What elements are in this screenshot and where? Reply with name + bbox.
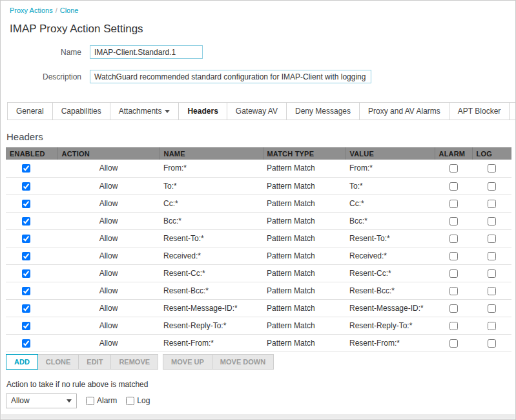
tab-capabilities[interactable]: Capabilities (52, 102, 110, 120)
remove-button[interactable]: REMOVE (110, 354, 158, 370)
col-match-type: MATCH TYPE (263, 147, 346, 160)
breadcrumb-proxy-actions[interactable]: Proxy Actions (10, 6, 53, 14)
alarm-checkbox[interactable] (449, 287, 458, 295)
enabled-checkbox-cell (6, 334, 57, 352)
tab-bar: General Capabilities Attachments Headers… (7, 102, 515, 120)
tab-general[interactable]: General (7, 102, 53, 120)
enabled-checkbox[interactable] (22, 235, 30, 243)
table-row[interactable]: AllowResent-Reply-To:*Pattern MatchResen… (6, 317, 511, 334)
tab-gateway-av[interactable]: Gateway AV (227, 102, 287, 120)
log-checkbox[interactable] (488, 304, 496, 313)
default-alarm-option: Alarm (86, 396, 117, 405)
log-checkbox[interactable] (488, 200, 496, 208)
edit-button[interactable]: EDIT (78, 354, 111, 370)
default-action-select[interactable]: Allow (6, 394, 77, 408)
enabled-checkbox[interactable] (22, 252, 30, 260)
enabled-checkbox[interactable] (22, 339, 30, 348)
log-checkbox[interactable] (488, 252, 496, 260)
match-type-cell: Pattern Match (263, 334, 346, 352)
alarm-checkbox[interactable] (449, 339, 458, 348)
log-checkbox-cell (472, 317, 511, 334)
tab-attachments[interactable]: Attachments (110, 102, 180, 120)
add-button[interactable]: ADD (6, 354, 38, 370)
table-row[interactable]: AllowResent-To:*Pattern MatchResent-To:* (6, 229, 511, 247)
log-checkbox[interactable] (488, 235, 496, 243)
action-cell: Allow (57, 177, 160, 194)
alarm-checkbox[interactable] (449, 235, 458, 243)
log-checkbox[interactable] (488, 217, 496, 226)
name-input[interactable] (90, 45, 203, 59)
name-cell: Resent-Reply-To:* (160, 317, 263, 334)
col-alarm: ALARM (435, 147, 472, 160)
default-action-selected: Allow (11, 396, 30, 405)
tab-deny-messages[interactable]: Deny Messages (286, 102, 360, 120)
value-cell: Resent-From:* (346, 334, 435, 352)
log-checkbox[interactable] (488, 164, 496, 173)
breadcrumb-separator: / (56, 6, 57, 14)
action-cell: Allow (57, 334, 160, 352)
alarm-checkbox[interactable] (449, 217, 458, 226)
value-cell: From:* (346, 160, 435, 177)
tab-headers[interactable]: Headers (178, 102, 227, 120)
enabled-checkbox[interactable] (22, 182, 30, 191)
alarm-checkbox[interactable] (449, 200, 458, 208)
match-type-cell: Pattern Match (263, 177, 346, 194)
table-row[interactable]: AllowCc:*Pattern MatchCc:* (6, 194, 511, 212)
enabled-checkbox-cell (6, 282, 57, 299)
tab-proxy-and-av-alarms[interactable]: Proxy and AV Alarms (359, 102, 449, 120)
match-type-cell: Pattern Match (263, 264, 346, 282)
chevron-down-icon (67, 399, 72, 403)
move-up-button[interactable]: MOVE UP (163, 354, 212, 370)
alarm-checkbox[interactable] (449, 164, 458, 173)
enabled-checkbox[interactable] (22, 217, 30, 226)
default-action-row: Allow Alarm Log (6, 394, 515, 408)
log-checkbox-cell (472, 177, 511, 194)
log-checkbox[interactable] (488, 287, 496, 295)
name-cell: Received:* (160, 247, 263, 264)
col-name: NAME (160, 147, 263, 160)
log-checkbox[interactable] (488, 182, 496, 191)
enabled-checkbox-cell (6, 247, 57, 264)
alarm-checkbox[interactable] (449, 322, 458, 330)
enabled-checkbox-cell (6, 317, 57, 334)
table-row[interactable]: AllowResent-Cc:*Pattern MatchResent-Cc:* (6, 264, 511, 282)
table-row[interactable]: AllowResent-Bcc:*Pattern MatchResent-Bcc… (6, 282, 511, 299)
action-cell: Allow (57, 229, 160, 247)
log-checkbox[interactable] (488, 269, 496, 278)
breadcrumb-current: Clone (60, 6, 79, 14)
table-row[interactable]: AllowReceived:*Pattern MatchReceived:* (6, 247, 511, 264)
alarm-checkbox[interactable] (449, 269, 458, 278)
log-checkbox-cell (472, 299, 511, 317)
table-row[interactable]: AllowResent-Message-ID:*Pattern MatchRes… (6, 299, 511, 317)
default-alarm-checkbox[interactable] (86, 397, 94, 405)
description-input[interactable] (90, 70, 371, 83)
move-down-button[interactable]: MOVE DOWN (212, 354, 274, 370)
tab-tls[interactable]: TLS (509, 102, 516, 120)
name-cell: Cc:* (160, 194, 263, 212)
section-title: Headers (6, 131, 515, 142)
table-row[interactable]: AllowBcc:*Pattern MatchBcc:* (6, 212, 511, 229)
table-row[interactable]: AllowResent-From:*Pattern MatchResent-Fr… (6, 334, 511, 352)
tab-apt-blocker[interactable]: APT Blocker (449, 102, 510, 120)
enabled-checkbox[interactable] (22, 322, 30, 330)
enabled-checkbox[interactable] (22, 164, 30, 173)
alarm-checkbox[interactable] (449, 182, 458, 191)
log-checkbox-cell (472, 334, 511, 352)
enabled-checkbox-cell (6, 264, 57, 282)
bottom-scroll-strip (1, 414, 515, 419)
enabled-checkbox[interactable] (22, 287, 30, 295)
headers-table-body: AllowFrom:*Pattern MatchFrom:*AllowTo:*P… (6, 160, 511, 352)
default-log-checkbox[interactable] (126, 397, 134, 405)
value-cell: Resent-Bcc:* (346, 282, 435, 299)
log-checkbox[interactable] (488, 322, 496, 330)
clone-button[interactable]: CLONE (37, 354, 79, 370)
enabled-checkbox[interactable] (22, 269, 30, 278)
value-cell: To:* (346, 177, 435, 194)
enabled-checkbox[interactable] (22, 304, 30, 313)
alarm-checkbox[interactable] (449, 304, 458, 313)
enabled-checkbox[interactable] (22, 200, 30, 208)
log-checkbox[interactable] (488, 339, 496, 348)
table-row[interactable]: AllowFrom:*Pattern MatchFrom:* (6, 160, 511, 177)
table-row[interactable]: AllowTo:*Pattern MatchTo:* (6, 177, 511, 194)
alarm-checkbox[interactable] (449, 252, 458, 260)
